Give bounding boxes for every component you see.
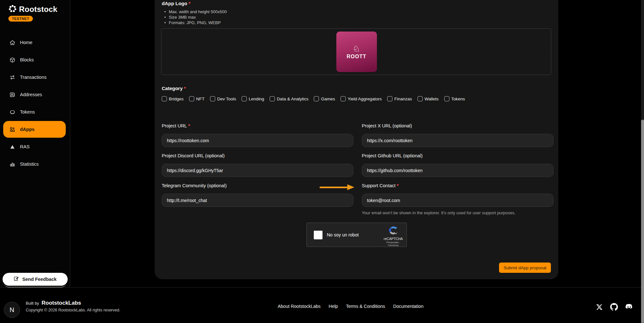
sidebar-item-ras[interactable]: RAS	[0, 138, 70, 155]
field-label: Project URL*	[162, 123, 353, 128]
category-option-tokens[interactable]: Tokens	[444, 96, 465, 101]
sidebar-item-label: dApps	[20, 127, 34, 132]
category-option-bridges[interactable]: Bridges	[162, 96, 184, 101]
sidebar-nav: Home Blocks Transactions Addresses	[0, 34, 70, 173]
category-option-lending[interactable]: Lending	[242, 96, 264, 101]
footer-link-help[interactable]: Help	[329, 304, 338, 309]
x-icon[interactable]	[595, 303, 603, 311]
n-avatar[interactable]: N	[4, 302, 20, 318]
checkbox[interactable]	[162, 96, 167, 101]
social-links	[595, 303, 633, 311]
sidebar-item-label: Tokens	[20, 109, 35, 115]
sidebar-item-label: Addresses	[20, 92, 42, 97]
category-option-wallets[interactable]: Wallets	[418, 96, 439, 101]
sidebar-item-home[interactable]: Home	[0, 34, 70, 51]
category-option-dev-tools[interactable]: Dev Tools	[210, 96, 236, 101]
checkbox[interactable]	[189, 96, 194, 101]
category-option-games[interactable]: Games	[314, 96, 335, 101]
support-contact-input[interactable]	[362, 194, 553, 207]
recaptcha-privacy-terms[interactable]: Privacidad - Términos	[383, 241, 403, 247]
category-option-data-analytics[interactable]: Data & Analytics	[270, 96, 308, 101]
required-asterisk: *	[188, 1, 190, 6]
scrollbar-track[interactable]	[641, 0, 644, 323]
sidebar: Rootstock TESTNET Home Blocks Transacti	[0, 0, 70, 287]
ras-icon	[9, 143, 15, 150]
category-option-yield-aggregators[interactable]: Yield Aggregators	[341, 96, 382, 101]
project-url-input[interactable]	[162, 134, 353, 147]
sidebar-item-blocks[interactable]: Blocks	[0, 51, 70, 69]
scrollbar-thumb[interactable]	[641, 120, 644, 323]
recaptcha-checkbox[interactable]	[314, 231, 322, 239]
sidebar-item-dapps[interactable]: dApps	[3, 121, 66, 138]
recaptcha-logo: reCAPTCHA Privacidad - Términos	[383, 226, 403, 247]
logo-preview-name: ROOTT	[347, 54, 366, 60]
discord-icon[interactable]	[625, 303, 633, 311]
checkbox[interactable]	[418, 96, 423, 101]
pointer-arrow-icon	[320, 184, 356, 190]
sidebar-item-label: RAS	[20, 144, 30, 149]
brand-name: Rootstock	[19, 5, 57, 14]
field-project-github-url: Project Github URL (optional)	[362, 153, 553, 177]
field-label: Project Discord URL (optional)	[162, 153, 353, 158]
project-discord-url-input[interactable]	[162, 164, 353, 177]
checkbox[interactable]	[444, 96, 449, 101]
category-label: Category*	[162, 86, 186, 91]
footer-link-about[interactable]: About RootstockLabs	[278, 304, 321, 309]
required-asterisk: *	[188, 123, 190, 128]
logo-rule: Size 3MB max	[164, 14, 227, 20]
category-options: Bridges NFT Dev Tools Lending Data & Ana…	[162, 96, 465, 101]
logo-rule: Max. width and height 500x500	[164, 9, 227, 14]
checkbox[interactable]	[270, 96, 275, 101]
logo-preview[interactable]: ♘ ROOTT	[336, 32, 377, 72]
field-project-x-url: Project X URL (optional)	[362, 123, 553, 147]
field-label: Project Github URL (optional)	[362, 153, 553, 158]
footer-link-documentation[interactable]: Documentation	[393, 304, 423, 309]
sidebar-item-transactions[interactable]: Transactions	[0, 69, 70, 86]
github-icon[interactable]	[610, 303, 618, 311]
sidebar-item-addresses[interactable]: Addresses	[0, 86, 70, 103]
category-option-nft[interactable]: NFT	[189, 96, 205, 101]
transactions-icon	[9, 74, 15, 80]
required-asterisk: *	[184, 86, 186, 91]
sidebar-item-tokens[interactable]: Tokens	[0, 103, 70, 121]
home-icon	[9, 39, 15, 46]
logo-rule: Formats: JPG, PNG, WEBP	[164, 20, 227, 25]
project-github-url-input[interactable]	[362, 164, 553, 177]
support-contact-helper: Your email won't be shown in the explore…	[362, 210, 553, 215]
send-feedback-button[interactable]: Send Feedback	[3, 273, 68, 286]
page: Rootstock TESTNET Home Blocks Transacti	[0, 0, 644, 323]
field-support-contact: Support Contact* Your email won't be sho…	[362, 183, 553, 215]
telegram-community-input[interactable]	[162, 194, 353, 207]
category-option-finanzas[interactable]: Finanzas	[387, 96, 412, 101]
checkbox[interactable]	[387, 96, 392, 101]
statistics-icon	[9, 161, 15, 167]
form-grid: Project URL* Project X URL (optional) Pr…	[162, 123, 553, 215]
built-by-text: Built by	[26, 301, 39, 306]
checkbox[interactable]	[242, 96, 247, 101]
dapp-proposal-form-card: dApp Logo* Max. width and height 500x500…	[155, 0, 558, 279]
rootstock-logo-icon	[8, 5, 17, 14]
built-by: Built by RootstockLabs	[26, 300, 81, 306]
checkbox[interactable]	[210, 96, 215, 101]
testnet-badge: TESTNET	[8, 16, 33, 22]
project-x-url-input[interactable]	[362, 134, 553, 147]
footer-links: About RootstockLabs Help Terms & Conditi…	[278, 304, 423, 309]
sidebar-item-label: Blocks	[20, 57, 34, 62]
dapps-icon	[9, 126, 15, 133]
sidebar-item-label: Statistics	[20, 162, 39, 167]
checkbox[interactable]	[314, 96, 319, 101]
field-project-discord-url: Project Discord URL (optional)	[162, 153, 353, 177]
footer-link-terms[interactable]: Terms & Conditions	[346, 304, 385, 309]
brand-logo[interactable]: Rootstock	[8, 5, 57, 14]
sidebar-item-label: Home	[20, 40, 33, 45]
field-label: Support Contact*	[362, 183, 553, 188]
recaptcha-label: No soy un robot	[327, 232, 359, 237]
recaptcha-icon	[389, 231, 398, 236]
rootstocklabs-wordmark[interactable]: RootstockLabs	[42, 300, 81, 306]
checkbox[interactable]	[341, 96, 346, 101]
feedback-label: Send Feedback	[22, 277, 56, 282]
sidebar-item-label: Transactions	[20, 75, 46, 80]
addresses-icon	[9, 91, 15, 98]
sidebar-item-statistics[interactable]: Statistics	[0, 155, 70, 173]
submit-dapp-proposal-button[interactable]: Submit dApp proposal	[499, 263, 551, 273]
